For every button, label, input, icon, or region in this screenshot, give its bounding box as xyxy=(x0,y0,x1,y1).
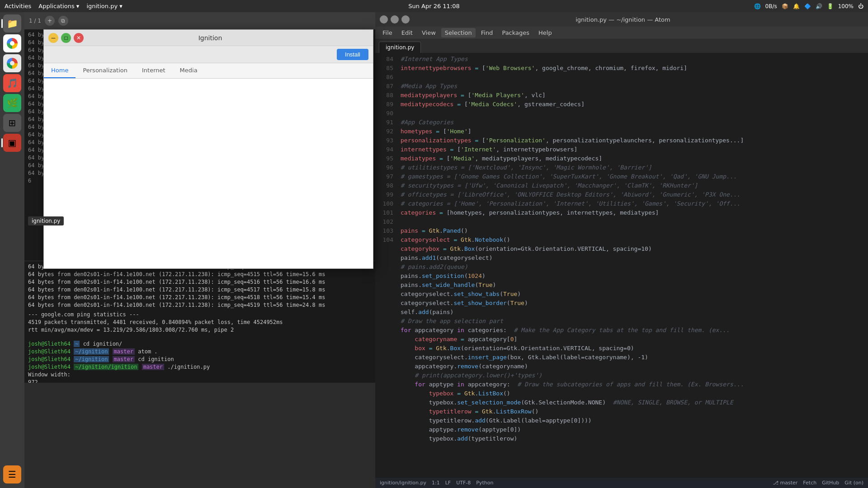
bluetooth-icon: 🔷 xyxy=(804,3,811,9)
dock-active-red-icon[interactable]: ▣ xyxy=(3,134,21,152)
notifications-icon: 🔔 xyxy=(793,3,800,9)
ignition-close-btn[interactable]: ✕ xyxy=(74,33,84,43)
atom-menubar: File Edit View Selection Find Packages H… xyxy=(375,27,868,39)
atom-menu-help[interactable]: Help xyxy=(535,28,556,38)
atom-menu-packages[interactable]: Packages xyxy=(498,28,533,38)
dock-green-icon[interactable]: 🌿 xyxy=(3,94,21,112)
ignition-maximize-btn[interactable]: □ xyxy=(61,33,71,43)
applications-menu[interactable]: Applications ▾ xyxy=(38,3,79,9)
ignition-body xyxy=(44,79,373,268)
network-speed: 0B/s xyxy=(765,3,777,9)
ignition-install-btn[interactable]: Install xyxy=(337,49,368,60)
ignition-titlebar: ─ □ ✕ Ignition xyxy=(44,30,373,46)
ignition-window: ─ □ ✕ Ignition Install Home Personalizat… xyxy=(43,29,373,269)
network-icon: 🌐 xyxy=(754,3,761,9)
dock-chrome-icon[interactable] xyxy=(3,34,21,52)
status-cursor[interactable]: 1:1 xyxy=(432,480,440,486)
dock-grid-icon[interactable]: ⊞ xyxy=(3,114,21,132)
atom-menu-edit[interactable]: Edit xyxy=(398,28,416,38)
ignition-tab-home[interactable]: Home xyxy=(44,63,75,78)
battery-level: 100% xyxy=(838,3,854,9)
tilix-split-btn[interactable]: ⧉ xyxy=(58,16,68,26)
dock: 📁 🎵 🌿 ⊞ ▣ ☰ xyxy=(0,12,24,488)
status-git[interactable]: Git (on) xyxy=(844,480,863,486)
atom-statusbar: ignition/ignition.py 1:1 LF UTF-8 Python… xyxy=(375,477,868,488)
status-fetch[interactable]: Fetch xyxy=(803,480,816,486)
app-indicator[interactable]: ignition.py ▾ xyxy=(86,3,122,9)
status-branch[interactable]: ⎇ master xyxy=(773,480,797,486)
atom-tabs: ignition.py xyxy=(375,39,868,53)
atom-maximize-btn[interactable] xyxy=(401,15,410,23)
status-github[interactable]: GitHub xyxy=(822,480,839,486)
dropbox-icon: 📦 xyxy=(782,3,788,9)
ignition-toolbar: Install xyxy=(44,46,373,63)
atom-tab-ignition[interactable]: ignition.py xyxy=(379,42,421,53)
system-bar: Activities Applications ▾ ignition.py ▾ … xyxy=(0,0,868,12)
line-numbers: 8485868788 8990919293 9495969798 9910010… xyxy=(375,53,397,477)
dock-music-icon[interactable]: 🎵 xyxy=(3,74,21,92)
battery-icon: 🔋 xyxy=(827,3,834,9)
atom-editor: 8485868788 8990919293 9495969798 9910010… xyxy=(375,53,868,477)
datetime-display: Sun Apr 26 11:08 xyxy=(408,3,460,9)
status-line-ending[interactable]: LF xyxy=(445,480,451,486)
atom-close-btn[interactable] xyxy=(380,15,388,23)
ignition-minimize-btn[interactable]: ─ xyxy=(48,33,58,43)
code-editor-content[interactable]: #Internet App Types internettypebrowsers… xyxy=(397,53,868,477)
sound-icon: 🔊 xyxy=(816,3,822,9)
ignition-tabs: Home Personalization Internet Media xyxy=(44,63,373,79)
ignition-tab-personalization[interactable]: Personalization xyxy=(75,63,135,78)
status-file-path: ignition/ignition.py xyxy=(380,480,426,486)
status-grammar[interactable]: Python xyxy=(476,480,493,486)
dock-files-icon[interactable]: 📁 xyxy=(3,14,21,33)
atom-menu-find[interactable]: Find xyxy=(477,28,497,38)
atom-title: ignition.py — ~/ignition — Atom xyxy=(576,16,670,23)
ignition-tab-media[interactable]: Media xyxy=(173,63,205,78)
atom-menu-selection[interactable]: Selection xyxy=(441,28,476,38)
ignition-title: Ignition xyxy=(84,34,337,42)
atom-minimize-btn[interactable] xyxy=(391,15,399,23)
power-icon[interactable]: ⏻ xyxy=(858,3,863,9)
atom-window: ignition.py — ~/ignition — Atom File Edi… xyxy=(375,12,868,488)
tilix-add-tab-btn[interactable]: + xyxy=(45,16,55,26)
dock-bottom-icon[interactable]: ☰ xyxy=(3,465,21,483)
ignition-tab-internet[interactable]: Internet xyxy=(135,63,173,78)
dock-chromium-icon[interactable] xyxy=(3,54,21,72)
dock-tooltip: ignition.py xyxy=(28,216,64,225)
atom-titlebar: ignition.py — ~/ignition — Atom xyxy=(375,12,868,27)
activities-label[interactable]: Activities xyxy=(5,3,31,9)
atom-menu-view[interactable]: View xyxy=(418,28,439,38)
status-encoding: UTF-8 xyxy=(456,480,471,486)
atom-menu-file[interactable]: File xyxy=(379,28,396,38)
tilix-tab-indicator: 1 / 1 xyxy=(29,18,41,24)
